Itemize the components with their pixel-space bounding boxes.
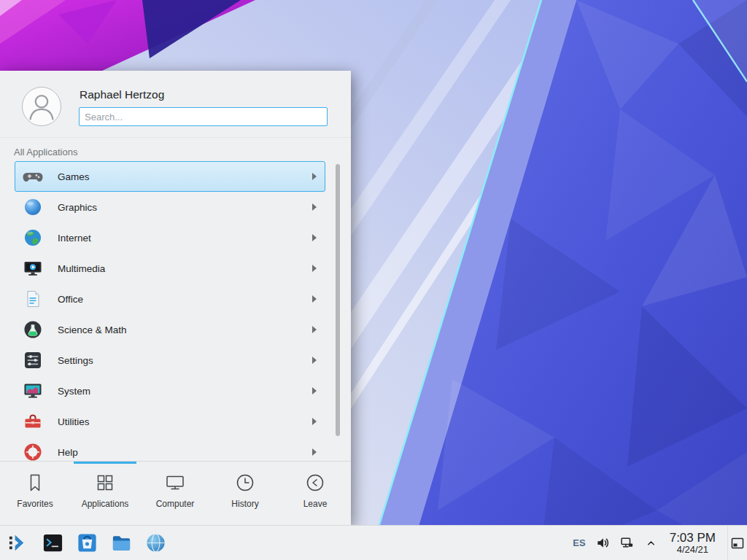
tab-computer[interactable]: Computer (140, 462, 210, 525)
history-clock-icon (234, 472, 256, 494)
keyboard-layout-indicator[interactable]: ES (573, 537, 585, 548)
tab-favorites[interactable]: Favorites (0, 462, 70, 525)
system-monitor-icon (23, 381, 43, 401)
clock-date: 4/24/21 (670, 545, 716, 556)
tab-history[interactable]: History (210, 462, 280, 525)
category-label: Help (58, 447, 78, 458)
taskbar-launchers (0, 531, 168, 556)
kde-launcher-icon[interactable] (6, 531, 31, 556)
sliders-icon (23, 350, 43, 370)
volume-icon[interactable] (596, 536, 610, 550)
category-list: Games Graphics (15, 161, 325, 461)
taskbar: ES 7:03 PM (0, 525, 747, 560)
category-row-graphics[interactable]: Graphics (15, 192, 325, 222)
category-label: Games (58, 171, 90, 182)
category-row-office[interactable]: Office (15, 284, 325, 314)
category-label: Utilities (58, 416, 90, 427)
submenu-arrow-icon (312, 234, 317, 241)
user-name: Raphael Hertzog (80, 88, 164, 101)
category-label: Office (58, 294, 83, 305)
web-browser-icon[interactable] (143, 531, 168, 556)
tab-applications[interactable]: Applications (70, 462, 140, 525)
desktop: Raphael Hertzog All Applications Games (0, 0, 747, 560)
section-label: All Applications (14, 147, 77, 158)
submenu-arrow-icon (312, 173, 317, 180)
category-row-utilities[interactable]: Utilities (15, 406, 325, 437)
category-row-help[interactable]: Help (15, 437, 325, 461)
scrollbar[interactable] (336, 164, 340, 436)
category-label: Internet (58, 233, 91, 244)
category-label: System (58, 386, 90, 397)
submenu-arrow-icon (312, 357, 317, 364)
launcher-tabbar: Favorites Applications Computer (0, 461, 351, 525)
globe-icon (23, 228, 43, 248)
submenu-arrow-icon (312, 418, 317, 425)
gamepad-icon (23, 166, 43, 187)
submenu-arrow-icon (312, 326, 317, 333)
category-label: Settings (58, 355, 93, 366)
terminal-icon[interactable] (40, 531, 65, 556)
software-center-icon[interactable] (74, 531, 99, 556)
show-desktop-button[interactable] (727, 526, 747, 560)
media-monitor-icon (23, 258, 43, 279)
wired-network-icon[interactable] (620, 536, 634, 550)
submenu-arrow-icon (312, 448, 317, 456)
category-row-system[interactable]: System (15, 376, 325, 406)
avatar[interactable] (22, 87, 61, 126)
tab-leave[interactable]: Leave (280, 462, 350, 525)
bookmark-icon (24, 472, 46, 494)
application-launcher-menu: Raphael Hertzog All Applications Games (0, 71, 351, 525)
tab-label: Computer (156, 499, 195, 509)
graphics-sphere-icon (23, 197, 43, 217)
category-row-settings[interactable]: Settings (15, 345, 325, 376)
active-tab-indicator (74, 462, 136, 464)
category-row-games[interactable]: Games (15, 161, 325, 192)
document-icon (23, 289, 43, 309)
tab-label: Applications (82, 499, 129, 509)
apps-grid-icon (94, 472, 116, 494)
user-icon (23, 88, 61, 125)
header-divider (0, 137, 351, 138)
tab-label: Leave (303, 499, 328, 509)
leave-icon (304, 472, 326, 494)
toolbox-icon (23, 411, 43, 432)
category-row-multimedia[interactable]: Multimedia (15, 253, 325, 284)
category-label: Science & Math (58, 324, 127, 335)
system-tray: ES 7:03 PM (573, 526, 747, 560)
submenu-arrow-icon (312, 265, 317, 272)
life-ring-icon (23, 442, 43, 461)
tab-label: History (231, 499, 258, 509)
category-row-internet[interactable]: Internet (15, 222, 325, 253)
category-row-science-math[interactable]: Science & Math (15, 314, 325, 345)
tab-label: Favorites (17, 499, 53, 509)
expand-tray-icon[interactable] (644, 536, 658, 550)
show-desktop-icon (730, 536, 745, 551)
search-input[interactable] (79, 107, 328, 126)
flask-icon (23, 319, 43, 340)
clock[interactable]: 7:03 PM 4/24/21 (668, 531, 717, 556)
submenu-arrow-icon (312, 387, 317, 394)
computer-icon (164, 472, 186, 494)
submenu-arrow-icon (312, 203, 317, 211)
category-label: Multimedia (58, 263, 105, 274)
category-label: Graphics (58, 202, 97, 213)
submenu-arrow-icon (312, 295, 317, 303)
clock-time: 7:03 PM (670, 531, 716, 545)
file-manager-icon[interactable] (109, 531, 133, 556)
